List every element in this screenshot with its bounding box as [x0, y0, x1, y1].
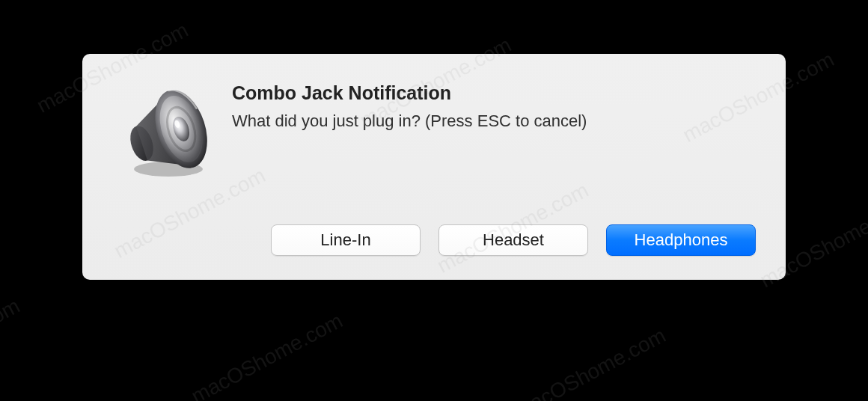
button-label: Headset [483, 230, 544, 250]
headset-button[interactable]: Headset [438, 224, 588, 256]
speaker-icon [116, 81, 221, 189]
button-label: Line-In [320, 230, 370, 250]
dialog-icon-wrap [112, 81, 224, 189]
dialog-button-row: Line-In Headset Headphones [112, 224, 756, 256]
headphones-button[interactable]: Headphones [606, 224, 756, 256]
dialog-message: What did you just plug in? (Press ESC to… [232, 111, 756, 131]
dialog-title: Combo Jack Notification [232, 82, 756, 104]
combo-jack-dialog: Combo Jack Notification What did you jus… [82, 54, 786, 280]
line-in-button[interactable]: Line-In [271, 224, 421, 256]
button-label: Headphones [635, 230, 728, 250]
